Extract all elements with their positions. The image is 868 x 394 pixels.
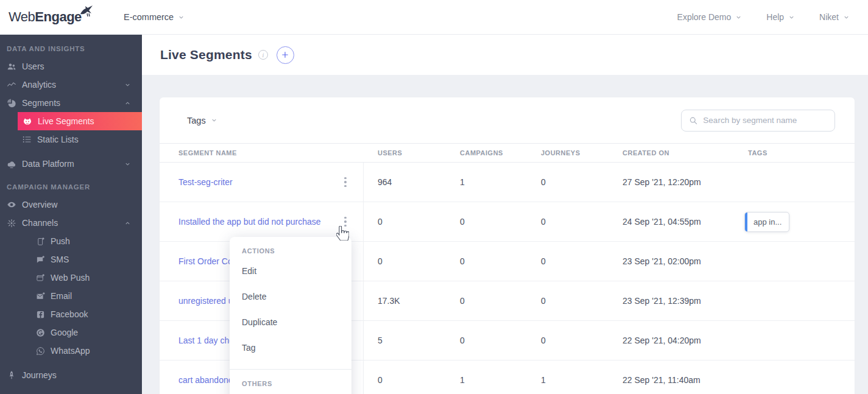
search-input[interactable] [703,116,827,125]
channels-icon [7,218,16,228]
overview-icon [7,199,16,210]
segment-name-link[interactable]: Test-seg-criter [178,177,233,187]
sidebar-item-google[interactable]: Google [0,323,142,342]
tag-color-bar [745,213,747,231]
journeys-icon [7,370,16,380]
users-count: 0 [364,217,446,227]
column-header-journeys: JOURNEYS [527,149,609,157]
menu-item-duplicate[interactable]: Duplicate [230,309,351,335]
row-actions-kebab-icon[interactable] [344,217,347,227]
campaigns-count: 1 [446,177,527,187]
chevron-up-icon [124,220,131,227]
webengage-logo[interactable]: WebEngage [9,9,82,25]
user-menu[interactable]: Niket [819,12,850,22]
info-icon[interactable]: i [258,50,268,60]
segment-name-link[interactable]: Installed the app but did not purchase [178,217,321,227]
created-on: 27 Sep '21, 12:20pm [609,177,734,187]
column-header-created-on: CREATED ON [609,149,734,157]
users-count: 0 [364,256,446,266]
chevron-down-icon [124,82,131,88]
plus-icon [281,51,289,59]
menu-item-delete[interactable]: Delete [230,284,351,309]
live-segments-icon [23,116,32,127]
sidebar-item-segments[interactable]: Segments [0,94,142,112]
segment-name-link[interactable]: cart abandone [178,375,233,385]
google-icon [35,328,45,337]
email-icon [35,292,45,301]
chevron-down-icon [735,14,742,21]
campaigns-count: 0 [446,256,527,266]
sidebar-item-overview[interactable]: Overview [0,195,142,214]
section-header-data-insights: DATA AND INSIGHTS [0,35,142,57]
page-header: Live Segments i [142,35,868,75]
explore-demo-menu[interactable]: Explore Demo [677,12,743,22]
menu-section-actions: ACTIONS [230,237,351,258]
web-push-icon [35,273,45,283]
chevron-down-icon [211,117,217,124]
chevron-down-icon [124,161,131,167]
sidebar-item-whatsapp[interactable]: WhatsApp [0,342,142,360]
column-header-segment-name: SEGMENT NAME [160,149,364,157]
chevron-down-icon [788,14,795,21]
logo-text-engage: Engage [35,9,81,25]
whatsapp-icon [35,347,45,356]
campaigns-count: 0 [446,296,527,306]
logo-bird-icon [79,4,95,18]
create-segment-button[interactable] [277,46,294,64]
segment-name-link[interactable]: First Order Co [178,256,233,266]
tags-filter-dropdown[interactable]: Tags [187,116,217,125]
top-navbar: WebEngage E-commerce Explore Demo Help N… [0,0,868,35]
sidebar-item-email[interactable]: Email [0,287,142,305]
data-platform-icon [7,159,16,169]
table-row: Installed the app but did not purchase 0… [160,202,855,242]
users-count: 5 [364,336,446,345]
campaigns-count: 0 [446,336,527,345]
chevron-down-icon [178,14,185,21]
journeys-count: 0 [527,256,609,266]
sidebar-item-push[interactable]: Push [0,232,142,250]
sidebar-item-channels[interactable]: Channels [0,214,142,232]
journeys-count: 0 [527,177,609,187]
sidebar-item-journeys[interactable]: Journeys [0,366,142,384]
section-header-campaign-manager: CAMPAIGN MANAGER [0,173,142,195]
column-header-tags: TAGS [734,149,855,157]
tag-label: app in... [753,217,782,227]
journeys-count: 0 [527,296,609,306]
topbar-right: Explore Demo Help Niket [677,12,868,22]
sidebar-item-analytics[interactable]: Analytics [0,76,142,94]
row-actions-kebab-icon[interactable] [344,177,347,188]
created-on: 22 Sep '21, 11:40am [609,375,734,385]
segment-name-link[interactable]: unregistered u [178,296,233,306]
search-icon [689,116,697,125]
users-count: 0 [364,375,446,385]
sms-icon [35,255,45,264]
journeys-count: 1 [527,375,609,385]
table-row: Test-seg-criter 964 1 0 27 Sep '21, 12:2… [160,163,855,202]
project-selector[interactable]: E-commerce [124,12,185,22]
segment-search[interactable] [681,110,835,132]
created-on: 23 Sep '21, 02:00pm [609,256,734,266]
chevron-up-icon [124,100,131,107]
menu-item-tag[interactable]: Tag [230,335,351,361]
menu-section-others: OTHERS [230,370,351,391]
campaigns-count: 0 [446,217,527,227]
users-count: 17.3K [364,296,446,306]
sidebar-item-live-segments[interactable]: Live Segments [18,112,142,130]
project-name: E-commerce [124,12,174,22]
sidebar-item-web-push[interactable]: Web Push [0,269,142,287]
sidebar-nav: DATA AND INSIGHTS Users Analytics Segmen… [0,35,142,394]
tag-chip[interactable]: app in... [744,212,789,232]
sidebar-item-facebook[interactable]: Facebook [0,305,142,323]
sidebar-item-sms[interactable]: SMS [0,250,142,269]
column-header-users: USERS [364,149,446,157]
menu-item-edit[interactable]: Edit [230,258,351,284]
sidebar-item-users[interactable]: Users [0,57,142,76]
page-title: Live Segments [160,47,252,62]
created-on: 23 Sep '21, 12:39pm [609,296,734,306]
help-menu[interactable]: Help [766,12,795,22]
journeys-count: 0 [527,217,609,227]
sidebar-item-data-platform[interactable]: Data Platform [0,155,142,173]
sidebar-item-static-lists[interactable]: Static Lists [0,130,142,149]
segment-name-link[interactable]: Last 1 day che [178,336,234,345]
segments-icon [7,98,16,108]
